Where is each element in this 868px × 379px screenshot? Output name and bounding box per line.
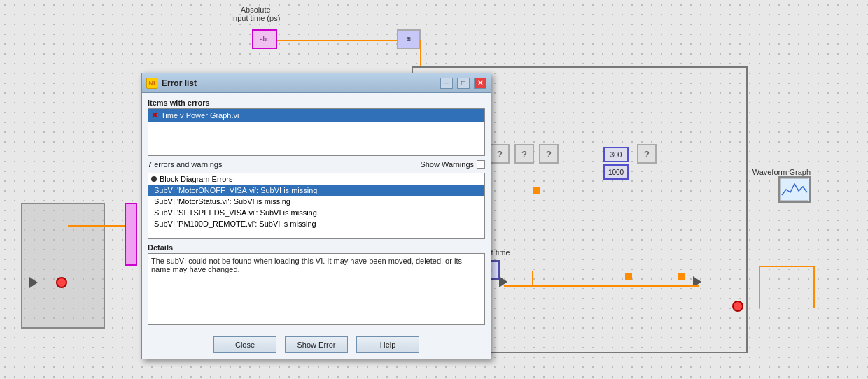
items-section-label: Items with errors <box>148 99 485 107</box>
show-error-button[interactable]: Show Error <box>285 336 348 353</box>
stop-button-right[interactable] <box>732 301 743 312</box>
num-1000-block: 1000 <box>603 164 629 180</box>
qmark-block-1: ? <box>490 144 510 164</box>
stop-button-left[interactable] <box>56 277 67 288</box>
pink-block-left <box>125 203 137 266</box>
orange-connector-2 <box>533 187 540 194</box>
items-section: Items with errors ✕ Time v Power Graph.v… <box>148 99 485 156</box>
show-warnings-area: Show Warnings <box>420 160 485 169</box>
details-section: Details The subVI could not be found whe… <box>148 243 485 325</box>
errors-count: 7 errors and warnings <box>148 160 222 169</box>
wire-top-h <box>277 40 398 41</box>
error-list-dialog: NI Error list ─ □ ✕ Items with errors ✕ … <box>141 73 491 359</box>
qmark-block-2: ? <box>514 144 534 164</box>
dialog-titlebar: NI Error list ─ □ ✕ <box>142 73 491 93</box>
error-x-icon: ✕ <box>151 110 158 120</box>
dialog-icon: NI <box>146 78 158 89</box>
num-300-block: 300 <box>603 147 629 162</box>
error-item-1[interactable]: SubVI 'MotorONOFF_VISA.vi': SubVI is mis… <box>148 185 484 196</box>
errors-list[interactable]: Block Diagram Errors SubVI 'MotorONOFF_V… <box>148 173 485 239</box>
svg-rect-0 <box>780 178 808 201</box>
minimize-button[interactable]: ─ <box>440 78 453 89</box>
close-title-button[interactable]: ✕ <box>474 78 486 89</box>
wire-far-right-v <box>759 266 760 308</box>
maximize-button[interactable]: □ <box>457 78 470 89</box>
error-item-2[interactable]: SubVI 'MotorStatus.vi': SubVI is missing <box>148 196 484 207</box>
dialog-body: Items with errors ✕ Time v Power Graph.v… <box>142 93 491 331</box>
dialog-footer: Close Show Error Help <box>142 331 491 359</box>
error-item-2-label: SubVI 'MotorStatus.vi': SubVI is missing <box>154 197 290 206</box>
show-warnings-label: Show Warnings <box>420 160 474 169</box>
waveform-label: Waveform Graph <box>752 168 811 176</box>
abc-block: abc <box>252 29 277 49</box>
error-item-4-label: SubVI 'PM100D_REMOTE.vi': SubVI is missi… <box>154 220 316 228</box>
wire-far-right-h <box>759 266 815 267</box>
error-header-block-diagram: Block Diagram Errors <box>148 173 484 185</box>
wire-bottom-v1 <box>532 271 533 287</box>
qmark-block-4: ? <box>637 144 657 164</box>
error-header-label: Block Diagram Errors <box>160 175 233 183</box>
loop-structure-left <box>21 203 105 329</box>
show-warnings-checkbox[interactable] <box>477 160 485 169</box>
numeric-top-block: ⊞ <box>397 29 421 49</box>
wire-top-v <box>420 40 421 68</box>
waveform-block <box>778 176 811 203</box>
items-list-item-label: Time v Power Graph.vi <box>161 111 239 120</box>
wire-left-h <box>68 225 125 227</box>
qmark-block-3: ? <box>539 144 559 164</box>
details-section-label: Details <box>148 243 485 252</box>
wire-far-right-v2 <box>813 266 815 308</box>
close-button[interactable]: Close <box>214 336 276 353</box>
orange-sq-bottom2 <box>678 273 685 280</box>
dialog-title: Error list <box>162 78 436 88</box>
details-box[interactable]: The subVI could not be found when loadin… <box>148 253 485 325</box>
input-time-label: Absolute Input time (ps) <box>231 6 280 22</box>
orange-sq-bottom <box>625 273 632 280</box>
help-button[interactable]: Help <box>356 336 419 353</box>
bullet-icon <box>151 176 157 182</box>
items-list-selected-item[interactable]: ✕ Time v Power Graph.vi <box>148 109 484 122</box>
error-item-1-label: SubVI 'MotorONOFF_VISA.vi': SubVI is mis… <box>154 186 317 194</box>
error-item-3[interactable]: SubVI 'SETSPEEDS_VISA.vi': SubVI is miss… <box>148 207 484 218</box>
errors-toolbar: 7 errors and warnings Show Warnings <box>148 160 485 169</box>
error-item-4[interactable]: SubVI 'PM100D_REMOTE.vi': SubVI is missi… <box>148 218 484 229</box>
error-item-3-label: SubVI 'SETSPEEDS_VISA.vi': SubVI is miss… <box>154 208 317 217</box>
details-text: The subVI could not be found when loadin… <box>151 257 462 273</box>
items-with-errors-list[interactable]: ✕ Time v Power Graph.vi <box>148 108 485 156</box>
